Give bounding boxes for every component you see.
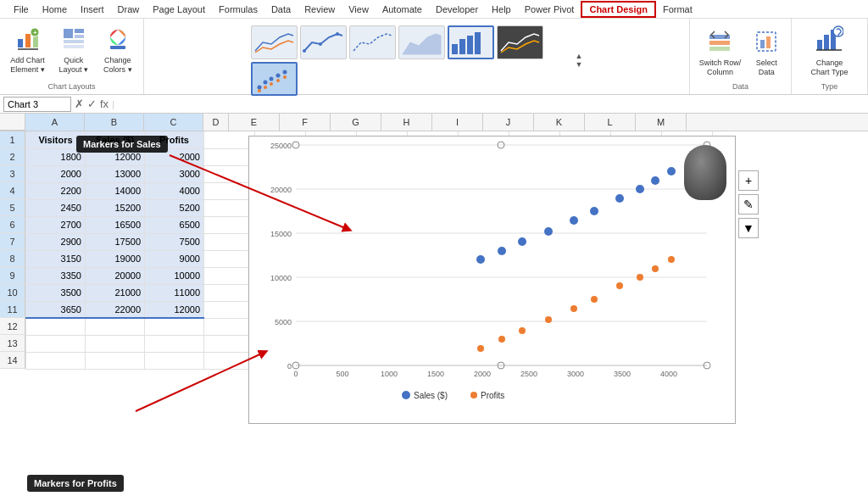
cell-D14[interactable] — [204, 352, 255, 369]
cell-C11[interactable]: 12000 — [145, 301, 204, 318]
cell-A11[interactable]: 3650 — [26, 301, 86, 318]
chart-style-2[interactable] — [300, 25, 347, 59]
cell-A7[interactable]: 2900 — [26, 233, 86, 250]
col-header-D[interactable]: D — [203, 114, 229, 131]
cell-D1[interactable] — [204, 131, 255, 148]
cell-B9[interactable]: 20000 — [86, 267, 145, 284]
chart-styles-scroll[interactable]: ▲ ▼ — [576, 53, 583, 69]
cell-C7[interactable]: 7500 — [145, 233, 204, 250]
row-header-11[interactable]: 11 — [0, 301, 25, 318]
col-header-C[interactable]: C — [144, 114, 203, 131]
chart-style-5[interactable] — [448, 25, 494, 59]
row-header-8[interactable]: 8 — [0, 250, 25, 267]
menu-help[interactable]: Help — [485, 3, 518, 16]
cell-C10[interactable]: 11000 — [145, 284, 204, 301]
menu-page-layout[interactable]: Page Layout — [146, 3, 212, 16]
select-data-button[interactable]: SelectData — [748, 28, 785, 79]
chart-style-7[interactable] — [251, 62, 298, 96]
chart-filter-btn[interactable]: ▼ — [738, 218, 759, 238]
col-header-B[interactable]: B — [85, 114, 144, 131]
chart-style-1[interactable] — [251, 25, 298, 59]
chart-container[interactable]: 25000 20000 15000 10000 5000 0 0 500 100… — [248, 136, 736, 424]
cell-A3[interactable]: 2000 — [26, 165, 86, 182]
cell-A12[interactable] — [26, 318, 86, 335]
row-header-12[interactable]: 12 — [0, 318, 25, 335]
menu-home[interactable]: Home — [36, 3, 74, 16]
col-header-J[interactable]: J — [483, 114, 534, 131]
cell-A4[interactable]: 2200 — [26, 182, 86, 199]
cell-D12[interactable] — [204, 318, 255, 335]
formula-input[interactable] — [118, 99, 865, 109]
menu-formulas[interactable]: Formulas — [212, 3, 264, 16]
row-header-9[interactable]: 9 — [0, 267, 25, 284]
col-header-H[interactable]: H — [381, 114, 432, 131]
row-header-6[interactable]: 6 — [0, 216, 25, 233]
cell-B8[interactable]: 19000 — [86, 250, 145, 267]
chart-style-4[interactable] — [398, 25, 445, 59]
chart-style-btn[interactable]: ✎ — [738, 194, 759, 215]
cell-A1[interactable]: Visitors — [26, 131, 86, 148]
cell-C12[interactable] — [145, 318, 204, 335]
menu-format[interactable]: Format — [656, 3, 699, 16]
col-header-L[interactable]: L — [585, 114, 636, 131]
cell-D2[interactable] — [204, 148, 255, 165]
cell-A9[interactable]: 3350 — [26, 267, 86, 284]
cell-C3[interactable]: 3000 — [145, 165, 204, 182]
row-header-4[interactable]: 4 — [0, 182, 25, 199]
col-header-I[interactable]: I — [432, 114, 483, 131]
cell-B2[interactable]: 12000 — [86, 148, 145, 165]
col-header-G[interactable]: G — [331, 114, 381, 131]
menu-automate[interactable]: Automate — [376, 3, 429, 16]
row-header-13[interactable]: 13 — [0, 335, 25, 352]
cell-B3[interactable]: 13000 — [86, 165, 145, 182]
col-header-A[interactable]: A — [25, 114, 85, 131]
cell-A8[interactable]: 3150 — [26, 250, 86, 267]
scroll-up-arrow[interactable]: ▲ — [576, 53, 583, 60]
cell-D10[interactable] — [204, 284, 255, 301]
cell-D13[interactable] — [204, 335, 255, 352]
cell-A13[interactable] — [26, 335, 86, 352]
cell-B14[interactable] — [86, 352, 145, 369]
cell-C2[interactable]: 2000 — [145, 148, 204, 165]
switch-row-column-button[interactable]: Switch Row/Column — [696, 28, 745, 79]
cell-B6[interactable]: 16500 — [86, 216, 145, 233]
cell-B11[interactable]: 22000 — [86, 301, 145, 318]
add-chart-element-button[interactable]: + Add ChartElement ▾ — [7, 25, 48, 76]
menu-draw[interactable]: Draw — [111, 3, 147, 16]
cell-B12[interactable] — [86, 318, 145, 335]
chart-style-3[interactable] — [349, 25, 396, 59]
cell-A14[interactable] — [26, 352, 86, 369]
chart-add-element-btn[interactable]: + — [738, 170, 759, 191]
cell-C6[interactable]: 6500 — [145, 216, 204, 233]
change-colors-button[interactable]: ChangeColors ▾ — [99, 25, 136, 76]
formula-fx-icon[interactable]: fx — [100, 98, 108, 110]
menu-review[interactable]: Review — [298, 3, 342, 16]
menu-developer[interactable]: Developer — [429, 3, 485, 16]
menu-data[interactable]: Data — [264, 3, 298, 16]
cell-B13[interactable] — [86, 335, 145, 352]
cell-D8[interactable] — [204, 250, 255, 267]
cell-B1[interactable]: Sales ($) — [86, 131, 145, 148]
cell-B10[interactable]: 21000 — [86, 284, 145, 301]
menu-view[interactable]: View — [342, 3, 376, 16]
cell-D6[interactable] — [204, 216, 255, 233]
cell-D3[interactable] — [204, 165, 255, 182]
cell-B5[interactable]: 15200 — [86, 199, 145, 216]
cell-C14[interactable] — [145, 352, 204, 369]
cell-A5[interactable]: 2450 — [26, 199, 86, 216]
col-header-E[interactable]: E — [229, 114, 280, 131]
col-header-M[interactable]: M — [636, 114, 687, 131]
quick-layout-button[interactable]: QuickLayout ▾ — [55, 25, 92, 76]
row-header-14[interactable]: 14 — [0, 352, 25, 369]
change-chart-type-button[interactable]: ChangeChart Type — [808, 23, 852, 79]
cell-C4[interactable]: 4000 — [145, 182, 204, 199]
cell-A6[interactable]: 2700 — [26, 216, 86, 233]
cell-D5[interactable] — [204, 199, 255, 216]
formula-confirm-icon[interactable]: ✓ — [87, 98, 97, 110]
row-header-2[interactable]: 2 — [0, 148, 25, 165]
row-header-7[interactable]: 7 — [0, 233, 25, 250]
cell-D9[interactable] — [204, 267, 255, 284]
col-header-F[interactable]: F — [280, 114, 331, 131]
cell-C1[interactable]: Profits — [145, 131, 204, 148]
name-box[interactable] — [3, 97, 71, 112]
